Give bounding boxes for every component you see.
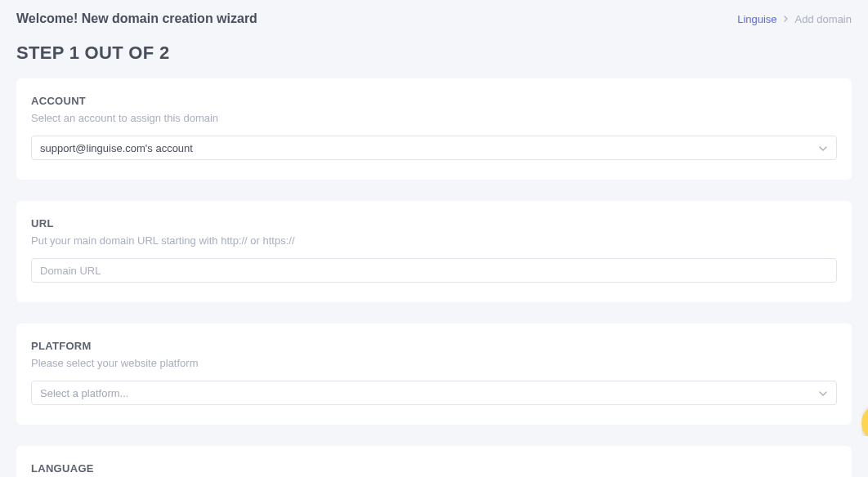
chat-widget[interactable] (861, 403, 868, 436)
language-label: LANGUAGE (31, 462, 837, 475)
platform-select-placeholder: Select a platform... (40, 387, 128, 399)
account-sublabel: Select an account to assign this domain (31, 112, 837, 124)
url-label: URL (31, 217, 837, 230)
chevron-right-icon (784, 15, 789, 24)
platform-section: PLATFORM Please select your website plat… (16, 323, 852, 425)
url-sublabel: Put your main domain URL starting with h… (31, 234, 837, 247)
url-section: URL Put your main domain URL starting wi… (16, 201, 852, 302)
breadcrumb: Linguise Add domain (737, 13, 852, 25)
page-title: Welcome! New domain creation wizard (16, 11, 257, 26)
breadcrumb-link-linguise[interactable]: Linguise (737, 13, 776, 25)
domain-url-input[interactable] (31, 258, 837, 283)
account-label: ACCOUNT (31, 95, 837, 107)
chat-icon (861, 403, 868, 436)
language-section: LANGUAGE (16, 446, 852, 477)
platform-select[interactable]: Select a platform... (31, 381, 837, 405)
platform-sublabel: Please select your website platform (31, 357, 837, 369)
breadcrumb-current: Add domain (795, 13, 852, 25)
account-section: ACCOUNT Select an account to assign this… (16, 78, 852, 180)
step-heading: STEP 1 OUT OF 2 (0, 29, 868, 78)
account-select-value: support@linguise.com's account (40, 142, 193, 154)
chevron-down-icon (818, 142, 828, 154)
chevron-down-icon (818, 387, 828, 399)
platform-label: PLATFORM (31, 340, 837, 352)
account-select[interactable]: support@linguise.com's account (31, 136, 837, 160)
